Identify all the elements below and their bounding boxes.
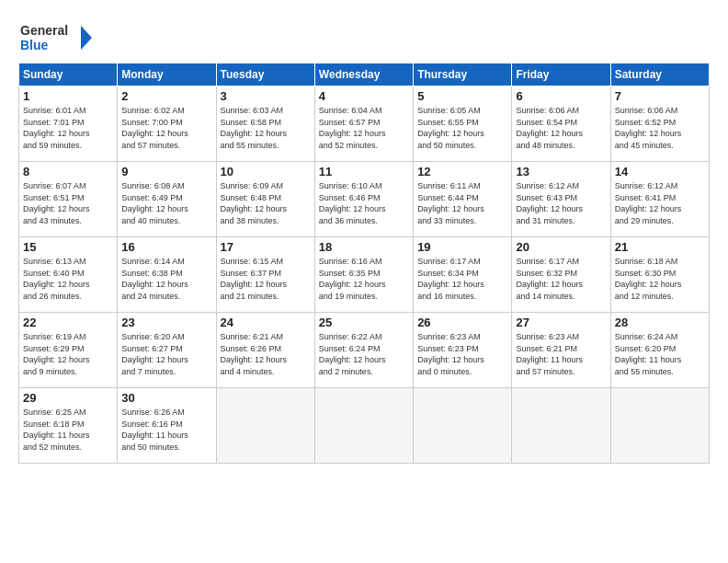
- day-number: 27: [516, 316, 606, 329]
- cell-info: Sunrise: 6:03 AM Sunset: 6:58 PM Dayligh…: [221, 105, 311, 151]
- day-cell: 25Sunrise: 6:22 AM Sunset: 6:24 PM Dayli…: [314, 313, 413, 388]
- day-cell: 26Sunrise: 6:23 AM Sunset: 6:23 PM Dayli…: [414, 313, 512, 388]
- day-number: 19: [417, 240, 507, 254]
- cell-info: Sunrise: 6:20 AM Sunset: 6:27 PM Dayligh…: [121, 331, 211, 377]
- day-number: 28: [615, 316, 705, 329]
- day-number: 15: [23, 240, 113, 254]
- day-cell: [610, 388, 709, 464]
- cell-info: Sunrise: 6:08 AM Sunset: 6:49 PM Dayligh…: [121, 180, 211, 226]
- day-cell: 24Sunrise: 6:21 AM Sunset: 6:26 PM Dayli…: [216, 313, 314, 388]
- svg-marker-0: [81, 26, 92, 50]
- day-number: 23: [121, 316, 211, 329]
- day-cell: 27Sunrise: 6:23 AM Sunset: 6:21 PM Dayli…: [512, 313, 610, 388]
- cell-info: Sunrise: 6:23 AM Sunset: 6:23 PM Dayligh…: [417, 331, 507, 377]
- cell-info: Sunrise: 6:17 AM Sunset: 6:34 PM Dayligh…: [417, 256, 507, 302]
- cell-info: Sunrise: 6:22 AM Sunset: 6:24 PM Dayligh…: [319, 331, 409, 377]
- cell-info: Sunrise: 6:14 AM Sunset: 6:38 PM Dayligh…: [121, 256, 211, 302]
- day-cell: 6Sunrise: 6:06 AM Sunset: 6:54 PM Daylig…: [512, 86, 610, 162]
- week-row-3: 22Sunrise: 6:19 AM Sunset: 6:29 PM Dayli…: [19, 313, 710, 388]
- day-number: 11: [319, 165, 409, 178]
- week-row-2: 15Sunrise: 6:13 AM Sunset: 6:40 PM Dayli…: [19, 237, 710, 313]
- day-cell: [512, 388, 610, 464]
- day-cell: 2Sunrise: 6:02 AM Sunset: 7:00 PM Daylig…: [118, 86, 216, 162]
- day-cell: 7Sunrise: 6:06 AM Sunset: 6:52 PM Daylig…: [610, 86, 709, 162]
- day-number: 20: [516, 240, 606, 254]
- day-number: 22: [23, 316, 113, 329]
- day-cell: 19Sunrise: 6:17 AM Sunset: 6:34 PM Dayli…: [414, 237, 512, 313]
- day-cell: 13Sunrise: 6:12 AM Sunset: 6:43 PM Dayli…: [512, 162, 610, 237]
- cell-info: Sunrise: 6:23 AM Sunset: 6:21 PM Dayligh…: [516, 331, 606, 377]
- day-number: 30: [121, 391, 211, 405]
- day-header-tuesday: Tuesday: [216, 63, 314, 86]
- day-header-thursday: Thursday: [414, 63, 512, 86]
- cell-info: Sunrise: 6:10 AM Sunset: 6:46 PM Dayligh…: [319, 180, 409, 226]
- cell-info: Sunrise: 6:16 AM Sunset: 6:35 PM Dayligh…: [319, 256, 409, 302]
- day-cell: [314, 388, 413, 464]
- cell-info: Sunrise: 6:01 AM Sunset: 7:01 PM Dayligh…: [23, 105, 113, 151]
- logo-svg: GeneralBlue: [18, 20, 101, 55]
- day-cell: 1Sunrise: 6:01 AM Sunset: 7:01 PM Daylig…: [19, 86, 118, 162]
- logo: GeneralBlue: [18, 20, 101, 55]
- week-row-1: 8Sunrise: 6:07 AM Sunset: 6:51 PM Daylig…: [19, 162, 710, 237]
- day-cell: 28Sunrise: 6:24 AM Sunset: 6:20 PM Dayli…: [610, 313, 709, 388]
- day-cell: 9Sunrise: 6:08 AM Sunset: 6:49 PM Daylig…: [118, 162, 216, 237]
- day-cell: 22Sunrise: 6:19 AM Sunset: 6:29 PM Dayli…: [19, 313, 118, 388]
- day-cell: 5Sunrise: 6:05 AM Sunset: 6:55 PM Daylig…: [414, 86, 512, 162]
- day-header-friday: Friday: [512, 63, 610, 86]
- day-cell: 21Sunrise: 6:18 AM Sunset: 6:30 PM Dayli…: [610, 237, 709, 313]
- day-cell: 10Sunrise: 6:09 AM Sunset: 6:48 PM Dayli…: [216, 162, 314, 237]
- day-cell: 11Sunrise: 6:10 AM Sunset: 6:46 PM Dayli…: [314, 162, 413, 237]
- cell-info: Sunrise: 6:12 AM Sunset: 6:41 PM Dayligh…: [615, 180, 705, 226]
- day-number: 21: [615, 240, 705, 254]
- day-cell: 23Sunrise: 6:20 AM Sunset: 6:27 PM Dayli…: [118, 313, 216, 388]
- cell-info: Sunrise: 6:25 AM Sunset: 6:18 PM Dayligh…: [23, 407, 113, 453]
- day-header-sunday: Sunday: [19, 63, 118, 86]
- day-cell: 3Sunrise: 6:03 AM Sunset: 6:58 PM Daylig…: [216, 86, 314, 162]
- day-number: 17: [221, 240, 311, 254]
- day-number: 9: [121, 165, 211, 178]
- day-cell: 4Sunrise: 6:04 AM Sunset: 6:57 PM Daylig…: [314, 86, 413, 162]
- day-number: 18: [319, 240, 409, 254]
- cell-info: Sunrise: 6:04 AM Sunset: 6:57 PM Dayligh…: [319, 105, 409, 151]
- day-number: 16: [121, 240, 211, 254]
- day-cell: 18Sunrise: 6:16 AM Sunset: 6:35 PM Dayli…: [314, 237, 413, 313]
- cell-info: Sunrise: 6:07 AM Sunset: 6:51 PM Dayligh…: [23, 180, 113, 226]
- cell-info: Sunrise: 6:09 AM Sunset: 6:48 PM Dayligh…: [221, 180, 311, 226]
- day-number: 13: [516, 165, 606, 178]
- cell-info: Sunrise: 6:11 AM Sunset: 6:44 PM Dayligh…: [417, 180, 507, 226]
- cell-info: Sunrise: 6:02 AM Sunset: 7:00 PM Dayligh…: [121, 105, 211, 151]
- day-number: 7: [615, 89, 705, 103]
- day-cell: 8Sunrise: 6:07 AM Sunset: 6:51 PM Daylig…: [19, 162, 118, 237]
- day-number: 26: [417, 316, 507, 329]
- cell-info: Sunrise: 6:19 AM Sunset: 6:29 PM Dayligh…: [23, 331, 113, 377]
- day-header-saturday: Saturday: [610, 63, 709, 86]
- svg-text:General: General: [20, 23, 68, 38]
- calendar-header-row: SundayMondayTuesdayWednesdayThursdayFrid…: [19, 63, 710, 86]
- day-number: 3: [221, 89, 311, 103]
- cell-info: Sunrise: 6:06 AM Sunset: 6:52 PM Dayligh…: [615, 105, 705, 151]
- cell-info: Sunrise: 6:26 AM Sunset: 6:16 PM Dayligh…: [121, 407, 211, 453]
- day-cell: 29Sunrise: 6:25 AM Sunset: 6:18 PM Dayli…: [19, 388, 118, 464]
- cell-info: Sunrise: 6:15 AM Sunset: 6:37 PM Dayligh…: [221, 256, 311, 302]
- cell-info: Sunrise: 6:18 AM Sunset: 6:30 PM Dayligh…: [615, 256, 705, 302]
- cell-info: Sunrise: 6:06 AM Sunset: 6:54 PM Dayligh…: [516, 105, 606, 151]
- day-number: 6: [516, 89, 606, 103]
- page: GeneralBlue SundayMondayTuesdayWednesday…: [0, 0, 728, 563]
- day-number: 2: [121, 89, 211, 103]
- day-number: 8: [23, 165, 113, 178]
- header: GeneralBlue: [18, 17, 710, 55]
- day-cell: [216, 388, 314, 464]
- day-number: 12: [417, 165, 507, 178]
- day-number: 4: [319, 89, 409, 103]
- calendar: SundayMondayTuesdayWednesdayThursdayFrid…: [18, 63, 710, 464]
- day-cell: 30Sunrise: 6:26 AM Sunset: 6:16 PM Dayli…: [118, 388, 216, 464]
- svg-text:Blue: Blue: [20, 38, 49, 52]
- cell-info: Sunrise: 6:12 AM Sunset: 6:43 PM Dayligh…: [516, 180, 606, 226]
- week-row-0: 1Sunrise: 6:01 AM Sunset: 7:01 PM Daylig…: [19, 86, 710, 162]
- day-number: 1: [23, 89, 113, 103]
- day-cell: 20Sunrise: 6:17 AM Sunset: 6:32 PM Dayli…: [512, 237, 610, 313]
- day-header-wednesday: Wednesday: [314, 63, 413, 86]
- week-row-4: 29Sunrise: 6:25 AM Sunset: 6:18 PM Dayli…: [19, 388, 710, 464]
- day-number: 14: [615, 165, 705, 178]
- cell-info: Sunrise: 6:24 AM Sunset: 6:20 PM Dayligh…: [615, 331, 705, 377]
